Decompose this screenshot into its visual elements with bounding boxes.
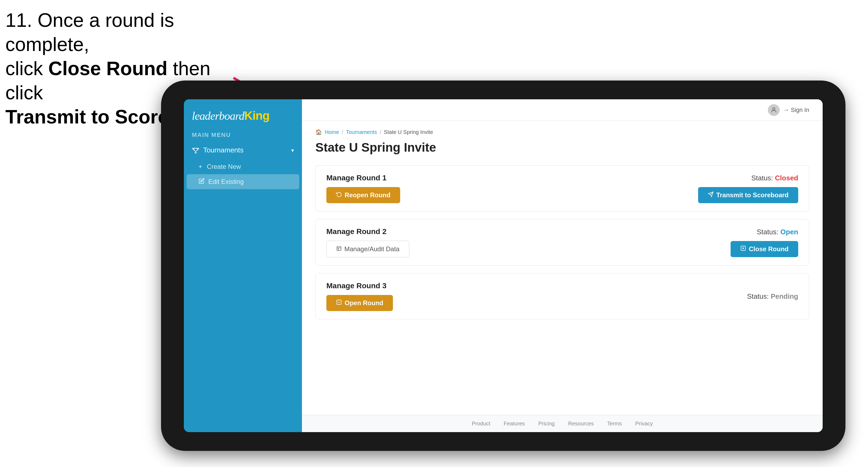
instruction-bold1: Close Round (48, 58, 167, 79)
sidebar-nav: Tournaments ▾ + Create New Edit Existing (184, 141, 302, 189)
main-menu-label: MAIN MENU (184, 129, 302, 141)
reopen-icon (336, 191, 342, 199)
round-2-left: Manage Round 2 Manage/Audit Data (327, 227, 409, 257)
svg-rect-5 (337, 247, 341, 251)
footer-resources[interactable]: Resources (568, 421, 594, 427)
reopen-round-label: Reopen Round (345, 191, 391, 199)
breadcrumb-home[interactable]: Home (325, 129, 339, 135)
round-3-right: Status: Pending (747, 292, 798, 301)
round-1-status: Status: Closed (751, 174, 798, 182)
plus-icon: + (198, 163, 202, 170)
reopen-round-button[interactable]: Reopen Round (327, 187, 400, 203)
sidebar: leaderboardKing MAIN MENU Tournaments ▾ (184, 99, 302, 432)
sidebar-create-new[interactable]: + Create New (184, 159, 302, 174)
edit-existing-label: Edit Existing (208, 178, 244, 185)
avatar (768, 104, 780, 116)
trophy-icon (192, 147, 199, 154)
page-title: State U Spring Invite (315, 140, 809, 155)
app-logo: leaderboardKing (192, 109, 270, 122)
manage-audit-label: Manage/Audit Data (344, 245, 399, 253)
open-round-button[interactable]: Open Round (327, 295, 393, 311)
round-1-section: Manage Round 1 Reopen Round Status: (315, 165, 809, 212)
breadcrumb-sep-2: / (380, 129, 381, 135)
round-2-right: Status: Open Close Round (731, 228, 798, 257)
tablet-device: leaderboardKing MAIN MENU Tournaments ▾ (161, 81, 845, 451)
round-2-title: Manage Round 2 (327, 227, 409, 236)
sidebar-edit-existing[interactable]: Edit Existing (187, 174, 299, 189)
round-1-status-value: Closed (775, 174, 798, 182)
main-content: → Sign In 🏠 Home / Tournaments / State (302, 99, 823, 432)
breadcrumb: 🏠 Home / Tournaments / State U Spring In… (315, 129, 809, 135)
transmit-label: Transmit to Scoreboard (716, 191, 788, 199)
tablet-screen: leaderboardKing MAIN MENU Tournaments ▾ (184, 99, 823, 432)
sidebar-tournaments-label: Tournaments (203, 146, 243, 154)
sign-in-area[interactable]: → Sign In (768, 104, 809, 116)
breadcrumb-sep-1: / (342, 129, 343, 135)
footer-terms[interactable]: Terms (607, 421, 622, 427)
close-round-button[interactable]: Close Round (731, 241, 798, 257)
page-content-area: 🏠 Home / Tournaments / State U Spring In… (302, 121, 823, 415)
home-icon: 🏠 (315, 129, 322, 135)
close-icon (740, 245, 746, 253)
open-round-label: Open Round (345, 299, 383, 307)
svg-point-2 (772, 107, 775, 110)
footer-features[interactable]: Features (504, 421, 525, 427)
header-bar: → Sign In (302, 99, 823, 121)
logo-area: leaderboardKing (184, 99, 302, 129)
footer-privacy[interactable]: Privacy (635, 421, 653, 427)
round-1-title: Manage Round 1 (327, 174, 400, 182)
open-round-icon (336, 299, 342, 307)
round-3-title: Manage Round 3 (327, 282, 393, 290)
sidebar-item-tournaments[interactable]: Tournaments ▾ (184, 141, 302, 159)
manage-audit-button[interactable]: Manage/Audit Data (327, 241, 409, 257)
instruction-step: 11. (5, 9, 32, 31)
chevron-down-icon: ▾ (291, 147, 294, 154)
round-3-left: Manage Round 3 Open Round (327, 282, 393, 311)
edit-icon (198, 178, 205, 185)
create-new-label: Create New (207, 163, 241, 170)
footer: Product Features Pricing Resources Terms… (302, 415, 823, 432)
footer-pricing[interactable]: Pricing (538, 421, 555, 427)
audit-icon (336, 245, 342, 253)
round-3-status: Status: Pending (747, 292, 798, 301)
round-2-status-value: Open (780, 228, 798, 236)
round-2-section: Manage Round 2 Manage/Audit Data Status: (315, 219, 809, 266)
round-1-right: Status: Closed Transmit to Scoreboard (698, 174, 798, 203)
transmit-icon (708, 191, 714, 199)
footer-product[interactable]: Product (472, 421, 490, 427)
round-3-status-value: Pending (771, 292, 798, 300)
sign-in-label: → Sign In (783, 106, 809, 114)
round-1-left: Manage Round 1 Reopen Round (327, 174, 400, 203)
round-3-section: Manage Round 3 Open Round Status: (315, 273, 809, 319)
breadcrumb-current: State U Spring Invite (384, 129, 433, 135)
transmit-to-scoreboard-button[interactable]: Transmit to Scoreboard (698, 187, 798, 203)
breadcrumb-tournaments[interactable]: Tournaments (346, 129, 377, 135)
round-2-status: Status: Open (756, 228, 798, 236)
close-round-label: Close Round (749, 245, 788, 253)
